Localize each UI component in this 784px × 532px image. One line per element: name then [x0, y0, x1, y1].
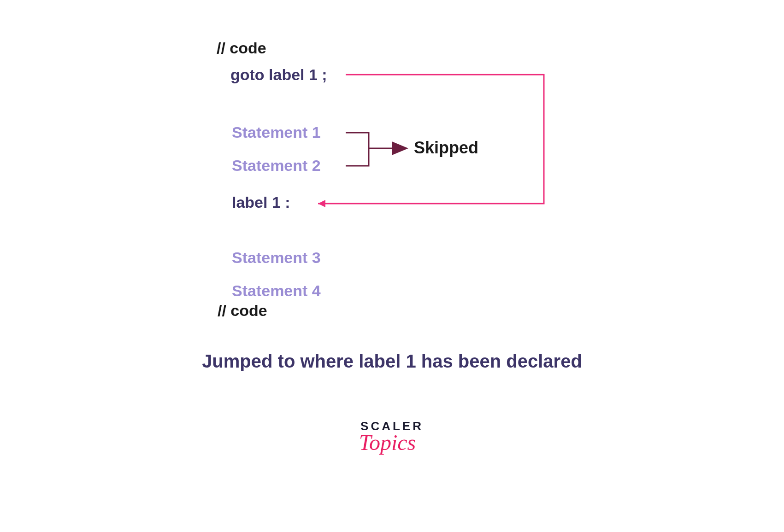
code-comment-bottom: // code	[218, 302, 267, 320]
label-declaration: label 1 :	[232, 193, 290, 211]
statement-4: Statement 4	[232, 282, 321, 300]
statement-1: Statement 1	[232, 123, 321, 141]
diagram-caption: Jumped to where label 1 has been declare…	[0, 351, 784, 372]
statement-3: Statement 3	[232, 249, 321, 267]
code-comment-top: // code	[217, 39, 266, 57]
scaler-logo: SCALER Topics	[360, 419, 424, 455]
goto-arrowhead	[318, 200, 325, 207]
statement-2: Statement 2	[232, 157, 321, 175]
goto-statement: goto label 1 ;	[230, 66, 327, 84]
logo-topics-text: Topics	[351, 430, 424, 455]
goto-diagram: // code goto label 1 ; Statement 1 State…	[0, 0, 784, 532]
skipped-label: Skipped	[414, 138, 478, 158]
skipped-bracket	[346, 133, 369, 166]
